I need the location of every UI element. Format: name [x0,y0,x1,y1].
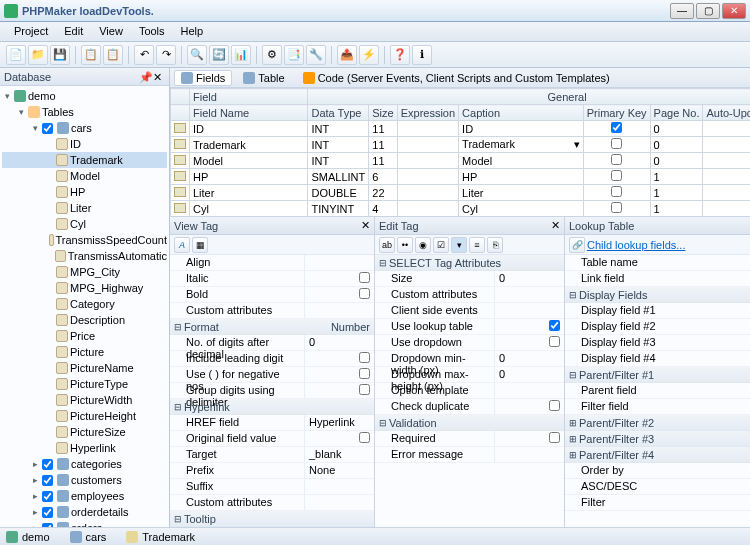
toolbar-btn-1[interactable]: 📁 [28,45,48,65]
tab-code[interactable]: Code (Server Events, Client Scripts and … [296,70,617,86]
prop-group[interactable]: ⊟Display Fields [565,287,750,303]
prop-row[interactable]: Custom attributes [375,287,564,303]
prop-group[interactable]: ⊞Parent/Filter #3 [565,431,750,447]
pk-checkbox[interactable] [611,122,622,133]
toolbar-btn-11[interactable]: 🔄 [209,45,229,65]
et-check-button[interactable]: ☑ [433,237,449,253]
grid-col[interactable]: Caption [459,105,584,121]
prop-checkbox[interactable] [359,352,370,363]
toolbar-btn-15[interactable]: 📑 [284,45,304,65]
view-tag-body[interactable]: AlignItalicBoldCustom attributes⊟FormatN… [170,255,374,527]
database-tree[interactable]: ▾demo▾Tables▾carsIDTrademarkModelHPLiter… [0,86,169,527]
prop-checkbox[interactable] [549,320,560,331]
format-a-button[interactable]: A [174,237,190,253]
toolbar-btn-14[interactable]: ⚙ [262,45,282,65]
tree-checkbox[interactable] [42,123,53,134]
tree-checkbox[interactable] [42,507,53,518]
prop-row[interactable]: Suffix [170,479,374,495]
prop-row[interactable]: Group digits using delimiter [170,383,374,399]
grid-col[interactable]: Field Name [190,105,308,121]
prop-row[interactable]: Parent field [565,383,750,399]
et-text-button[interactable]: ab [379,237,395,253]
minimize-button[interactable]: — [670,3,694,19]
tree-node[interactable]: ID [2,136,167,152]
tree-node[interactable]: MPG_Highway [2,280,167,296]
prop-row[interactable]: Align [170,255,374,271]
prop-row[interactable]: Filter [565,495,750,511]
panel-close-icon[interactable]: ✕ [153,71,165,83]
tree-node[interactable]: Trademark [2,152,167,168]
tree-checkbox[interactable] [42,523,53,528]
tree-node[interactable]: ▸orderdetails [2,504,167,520]
pk-checkbox[interactable] [611,170,622,181]
prop-row[interactable]: Display field #1Trademark [565,303,750,319]
toolbar-btn-4[interactable]: 📋 [81,45,101,65]
panel-close-icon[interactable]: ✕ [361,219,370,232]
menu-view[interactable]: View [91,22,131,41]
prop-row[interactable]: Bold [170,287,374,303]
prop-row[interactable]: Filter field [565,399,750,415]
prop-row[interactable]: Original field value [170,431,374,447]
grid-col[interactable]: Size [369,105,397,121]
prop-group[interactable]: ⊟Hyperlink [170,399,374,415]
et-textarea-button[interactable]: ≡ [469,237,485,253]
tab-table[interactable]: Table [236,70,291,86]
maximize-button[interactable]: ▢ [696,3,720,19]
tree-node[interactable]: Hyperlink [2,440,167,456]
et-select-button[interactable]: ▾ [451,237,467,253]
tree-checkbox[interactable] [42,475,53,486]
grid-row[interactable]: CylTINYINT4Cyl1 [171,201,751,217]
prop-group[interactable]: ⊞Parent/Filter #4 [565,447,750,463]
prop-row[interactable]: Order by [565,463,750,479]
prop-checkbox[interactable] [359,432,370,443]
prop-group[interactable]: ⊟Validation [375,415,564,431]
menu-help[interactable]: Help [173,22,212,41]
menu-project[interactable]: Project [6,22,56,41]
prop-row[interactable]: Target_blank [170,447,374,463]
tree-node[interactable]: ▸employees [2,488,167,504]
toolbar-btn-2[interactable]: 💾 [50,45,70,65]
tree-node[interactable]: Model [2,168,167,184]
grid-col[interactable]: Primary Key [583,105,650,121]
toolbar-btn-5[interactable]: 📋 [103,45,123,65]
tree-checkbox[interactable] [42,491,53,502]
prop-checkbox[interactable] [359,272,370,283]
tree-node[interactable]: Picture [2,344,167,360]
prop-group[interactable]: ⊟Parent/Filter #1 [565,367,750,383]
prop-row[interactable]: PrefixNone [170,463,374,479]
tree-node[interactable]: PictureHeight [2,408,167,424]
prop-row[interactable]: Dropdown min-width (px)0 [375,351,564,367]
tree-node[interactable]: TransmissAutomatic [2,248,167,264]
prop-row[interactable]: Client side events [375,303,564,319]
grid-row[interactable]: ModelINT11Model0 [171,153,751,169]
tab-fields[interactable]: Fields [174,70,232,86]
toolbar-btn-10[interactable]: 🔍 [187,45,207,65]
tree-node[interactable]: Cyl [2,216,167,232]
menu-edit[interactable]: Edit [56,22,91,41]
tree-node[interactable]: HP [2,184,167,200]
prop-checkbox[interactable] [359,288,370,299]
prop-row[interactable]: Include leading digit [170,351,374,367]
tree-node[interactable]: PictureWidth [2,392,167,408]
prop-row[interactable]: Custom attributes [170,495,374,511]
grid-row[interactable]: LiterDOUBLE22Liter1 [171,185,751,201]
prop-row[interactable]: Display field #3 [565,335,750,351]
tree-node[interactable]: Liter [2,200,167,216]
prop-row[interactable]: HREF fieldHyperlink [170,415,374,431]
tree-node[interactable]: PictureSize [2,424,167,440]
grid-row[interactable]: HPSMALLINT6HP1 [171,169,751,185]
lookup-link-icon[interactable]: 🔗 [569,237,585,253]
pk-checkbox[interactable] [611,154,622,165]
prop-checkbox[interactable] [359,368,370,379]
prop-group[interactable]: ⊟FormatNumber [170,319,374,335]
grid-col[interactable]: Auto-Update Value [703,105,750,121]
child-lookup-link[interactable]: Child lookup fields... [587,239,685,251]
prop-row[interactable]: Use dropdown [375,335,564,351]
prop-row[interactable]: Italic [170,271,374,287]
close-button[interactable]: ✕ [722,3,746,19]
prop-row[interactable]: Link fieldID [565,271,750,287]
prop-row[interactable]: Use ( ) for negative nos. [170,367,374,383]
prop-row[interactable]: Check duplicate [375,399,564,415]
pk-checkbox[interactable] [611,186,622,197]
prop-row[interactable]: Required [375,431,564,447]
